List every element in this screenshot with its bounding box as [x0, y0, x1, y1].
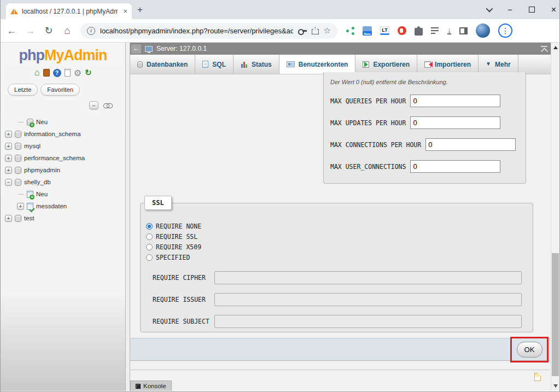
window-chevron-down-icon[interactable] [486, 5, 493, 13]
chart-icon [241, 61, 248, 68]
tree-expander-plus-icon[interactable]: + [17, 203, 24, 210]
tree-item-neu[interactable]: Neu [1, 116, 125, 128]
tree-item-shelly-db[interactable]: −shelly_db [1, 176, 125, 188]
database-icon [15, 215, 21, 222]
back-button[interactable]: ← [6, 25, 17, 37]
limit-input-max-queries-per-hour[interactable] [410, 95, 500, 107]
limit-input-max-connections-per-hour[interactable] [425, 138, 516, 151]
tab-mehr[interactable]: ▼Mehr [479, 55, 518, 74]
radio-require-x509[interactable] [146, 244, 153, 250]
input-require-issuer[interactable] [214, 293, 522, 306]
scrollbar-up-arrow[interactable] [551, 44, 559, 51]
languagetool-extension-icon[interactable]: LT [380, 26, 389, 35]
tab-close-icon[interactable]: × [123, 7, 127, 15]
nav-refresh-icon[interactable]: ↻ [85, 68, 92, 78]
tree-item-mysql[interactable]: +mysql [1, 140, 125, 152]
url-text[interactable]: localhost/phpmyadmin/index.php?route=/se… [100, 27, 293, 35]
radio-require-ssl[interactable] [146, 233, 153, 240]
limit-input-max-user-connections[interactable] [410, 160, 500, 173]
scrollbar-thumb[interactable] [552, 253, 559, 376]
ssl-radio-row: REQUIRE NONE [146, 221, 533, 231]
nav-docs-icon[interactable] [65, 69, 71, 77]
tab-importieren[interactable]: Importieren [417, 55, 479, 74]
tree-expander-plus-icon[interactable]: + [5, 143, 12, 150]
input-require-subject[interactable] [214, 315, 522, 328]
radio-label: REQUIRE NONE [156, 223, 201, 230]
collapse-breadcrumb-icon[interactable] [541, 46, 547, 51]
panel-resize-handle[interactable] [125, 43, 130, 391]
resource-limits-fieldset: Der Wert 0 (null) entfernt die Beschränk… [323, 72, 526, 184]
share-nodes-extension-icon[interactable] [346, 27, 354, 35]
tree-item-messdaten[interactable]: +messdaten [1, 200, 125, 212]
ssl-field-row: REQUIRE ISSUER [153, 293, 522, 306]
nav-settings-icon[interactable]: ⚙ [74, 68, 81, 78]
ok-button[interactable]: OK [517, 342, 542, 358]
bookmark-star-icon[interactable]: ☆ [324, 26, 331, 36]
tab-sql[interactable]: SQL [195, 55, 234, 74]
tab-datenbanken[interactable]: Datenbanken [130, 55, 195, 74]
home-button[interactable]: ⌂ [62, 25, 73, 37]
link-with-main-panel-icon[interactable] [103, 103, 112, 108]
forward-button[interactable]: → [25, 25, 36, 37]
tab-benutzerkonten[interactable]: Benutzerkonten [279, 55, 356, 74]
window-minimize-button[interactable]: − [508, 5, 512, 14]
share-icon[interactable] [312, 27, 319, 34]
phpmyadmin-logo[interactable]: phpMyAdmin [1, 47, 125, 64]
panel-back-button[interactable]: ← [131, 44, 141, 54]
tab-label: Importieren [435, 61, 471, 68]
reading-list-icon[interactable] [431, 27, 439, 34]
limit-row: MAX CONNECTIONS PER HOUR [330, 138, 526, 151]
limit-label: MAX USER_CONNECTIONS [330, 163, 406, 171]
favorites-button[interactable]: Favoriten [40, 84, 80, 96]
browser-window: localhost / 127.0.0.1 | phpMyAdm × + − ×… [0, 0, 560, 392]
nav-logout-icon[interactable] [43, 69, 50, 77]
window-close-button[interactable]: × [551, 5, 556, 15]
tab-exportieren[interactable]: Exportieren [355, 55, 417, 74]
note-page-icon[interactable] [534, 373, 541, 381]
window-maximize-button[interactable] [529, 7, 535, 13]
reload-button[interactable]: ↻ [43, 25, 54, 37]
tree-item-neu[interactable]: Neu [1, 188, 125, 200]
extensions-puzzle-icon[interactable] [415, 28, 423, 36]
radio-require-none[interactable] [146, 223, 153, 230]
password-key-icon[interactable] [298, 28, 307, 33]
adblocker-extension-icon[interactable] [398, 26, 406, 35]
nav-home-icon[interactable]: ⌂ [34, 67, 39, 78]
tree-expander-plus-icon[interactable]: + [5, 131, 12, 138]
limit-row: MAX UPDATES PER HOUR [330, 116, 526, 129]
users-icon [287, 61, 295, 67]
profile-avatar[interactable] [476, 24, 490, 38]
limit-row: MAX QUERIES PER HOUR [330, 95, 526, 107]
tree-item-test[interactable]: +test [1, 212, 125, 224]
tree-expander-plus-icon[interactable]: + [5, 167, 12, 174]
console-tab[interactable]: Konsole [130, 381, 172, 391]
tree-item-phpmyadmin[interactable]: +phpmyadmin [1, 164, 125, 176]
tree-expander-plus-icon[interactable]: + [5, 215, 12, 222]
new-badge-label: New [363, 32, 372, 36]
scrollbar-down-arrow[interactable] [551, 382, 559, 390]
downloads-icon[interactable]: ↓ [447, 27, 451, 34]
radio-specified[interactable] [146, 254, 153, 261]
input-require-cipher[interactable] [214, 271, 522, 284]
limit-label: MAX QUERIES PER HOUR [330, 97, 406, 105]
page-scrollbar[interactable] [551, 43, 559, 391]
limit-input-max-updates-per-hour[interactable] [410, 116, 500, 129]
nav-help-icon[interactable]: ? [53, 69, 61, 77]
tab-status[interactable]: Status [234, 55, 279, 74]
side-panel-icon[interactable] [459, 27, 468, 34]
tree-item-performance-schema[interactable]: +performance_schema [1, 152, 125, 164]
browser-tab[interactable]: localhost / 127.0.0.1 | phpMyAdm × [6, 3, 132, 19]
browser-tabstrip: localhost / 127.0.0.1 | phpMyAdm × + − × [1, 0, 559, 19]
ssl-field-row: REQUIRE SUBJECT [153, 315, 522, 328]
recent-tables-button[interactable]: Letzte [8, 84, 38, 96]
server-label[interactable]: Server: 127.0.0.1 [156, 45, 207, 52]
new-badge-extension-icon[interactable]: New [363, 26, 372, 36]
new-tab-button[interactable]: + [137, 4, 143, 15]
tree-expander-minus-icon[interactable]: − [5, 179, 12, 186]
tree-expander-plus-icon[interactable]: + [5, 155, 12, 162]
collapse-all-button[interactable]: − [89, 101, 98, 109]
address-bar[interactable]: i localhost/phpmyadmin/index.php?route=/… [80, 23, 337, 39]
browser-menu-button[interactable]: ⋮ [498, 24, 512, 38]
tree-item-information-schema[interactable]: +information_schema [1, 128, 125, 140]
site-info-icon[interactable]: i [87, 27, 95, 35]
